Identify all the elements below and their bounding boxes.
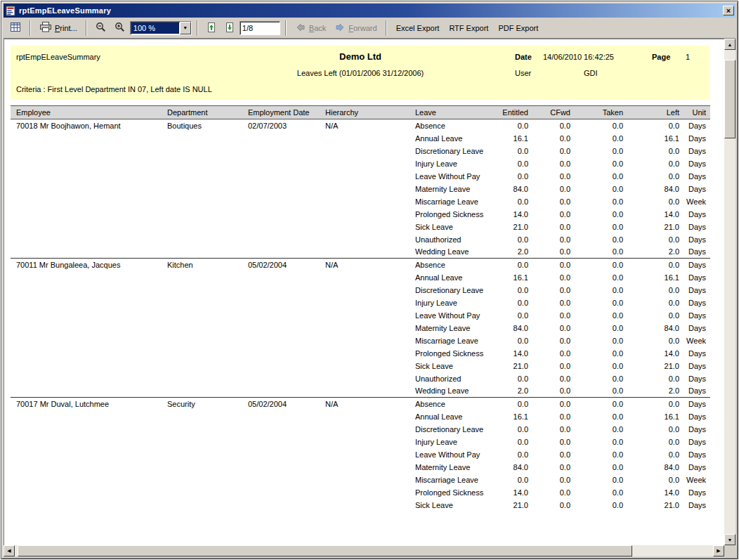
next-page-button[interactable] xyxy=(221,20,238,37)
table-row: Miscarriage Leave0.00.00.00.0Week xyxy=(11,334,710,347)
taken-cell: 0.0 xyxy=(575,322,627,334)
back-button[interactable]: Back xyxy=(292,20,329,37)
rtf-export-button[interactable]: RTF Export xyxy=(445,24,492,32)
toolbar-separator xyxy=(285,20,287,36)
chevron-down-icon[interactable]: ▼ xyxy=(180,22,191,34)
horizontal-scroll-track[interactable] xyxy=(15,545,713,556)
vertical-scrollbar[interactable]: ▲ ▼ xyxy=(724,39,735,545)
empty-cell xyxy=(11,284,162,297)
empty-cell xyxy=(162,208,242,221)
zoom-out-button[interactable] xyxy=(92,20,110,37)
entitled-cell: 2.0 xyxy=(494,385,532,398)
empty-cell xyxy=(11,410,162,423)
cfwd-cell: 0.0 xyxy=(532,410,575,423)
left-cell: 14.0 xyxy=(627,208,684,221)
leave-cell: Annual Leave xyxy=(410,271,494,284)
back-button-label: Back xyxy=(309,24,326,32)
page-number-input[interactable] xyxy=(240,21,280,35)
left-cell: 2.0 xyxy=(627,246,684,259)
table-row: Sick Leave21.00.00.021.0Days xyxy=(11,360,710,372)
cfwd-cell: 0.0 xyxy=(532,334,575,347)
zoom-in-button[interactable] xyxy=(111,20,129,37)
entitled-cell: 84.0 xyxy=(494,322,532,334)
empty-cell xyxy=(162,410,242,423)
table-row: Sick Leave21.00.00.021.0Days xyxy=(11,221,710,233)
leave-cell: Absence xyxy=(410,119,494,132)
scroll-down-button[interactable]: ▼ xyxy=(724,534,735,545)
leave-cell: Miscarriage Leave xyxy=(410,474,494,486)
empty-cell xyxy=(320,208,410,221)
entitled-cell: 0.0 xyxy=(494,448,532,461)
scroll-left-button[interactable]: ◀ xyxy=(4,545,15,556)
empty-cell xyxy=(242,347,320,360)
empty-cell xyxy=(11,322,162,334)
scroll-right-button[interactable]: ▶ xyxy=(713,545,724,556)
taken-cell: 0.0 xyxy=(575,448,627,461)
report-viewer: rptEmpELeaveSummary Demo Ltd Date 14/06/… xyxy=(4,39,724,545)
leave-cell: Unauthorized xyxy=(410,372,494,385)
entitled-cell: 0.0 xyxy=(494,309,532,322)
vertical-scroll-thumb[interactable] xyxy=(724,60,735,138)
pdf-export-button[interactable]: PDF Export xyxy=(494,24,542,32)
empty-cell xyxy=(162,322,242,334)
report-header: rptEmpELeaveSummary Demo Ltd Date 14/06/… xyxy=(11,46,710,100)
unit-cell: Days xyxy=(684,145,710,157)
close-button[interactable]: × xyxy=(723,6,734,15)
table-row: Annual Leave16.10.00.016.1Days xyxy=(11,410,710,423)
employee-cell: 70017 Mr Duval, Lutchmee xyxy=(11,398,162,410)
prev-page-icon xyxy=(207,22,216,34)
taken-cell: 0.0 xyxy=(575,183,627,195)
unit-cell: Days xyxy=(684,259,710,271)
scroll-up-button[interactable]: ▲ xyxy=(724,39,735,50)
empty-cell xyxy=(242,461,320,474)
empty-cell xyxy=(320,360,410,372)
empty-cell xyxy=(242,436,320,448)
vertical-scroll-track[interactable] xyxy=(724,50,735,534)
print-button[interactable]: Print... xyxy=(36,20,81,37)
unit-cell: Week xyxy=(684,195,710,208)
taken-cell: 0.0 xyxy=(575,372,627,385)
unit-cell: Days xyxy=(684,436,710,448)
empty-cell xyxy=(320,499,410,512)
report-window: rptEmpELeaveSummary × xyxy=(1,1,738,559)
empty-cell xyxy=(320,334,410,347)
left-cell: 14.0 xyxy=(627,486,684,499)
table-row: Maternity Leave84.00.00.084.0Days xyxy=(11,322,710,334)
zoom-combobox[interactable]: 100 % ▼ xyxy=(130,21,192,35)
taken-cell: 0.0 xyxy=(575,410,627,423)
left-cell: 0.0 xyxy=(627,259,684,271)
toggle-group-tree-button[interactable] xyxy=(6,20,25,37)
leave-cell: Sick Leave xyxy=(410,221,494,233)
column-header-leave: Leave xyxy=(410,106,494,119)
forward-button[interactable]: Forward xyxy=(331,20,380,37)
leave-cell: Maternity Leave xyxy=(410,461,494,474)
left-cell: 0.0 xyxy=(627,284,684,297)
prev-page-button[interactable] xyxy=(203,20,220,37)
left-cell: 84.0 xyxy=(627,183,684,195)
horizontal-scrollbar[interactable]: ◀ ▶ xyxy=(4,545,724,556)
criteria-text: Criteria : First Level Department IN 07,… xyxy=(11,82,710,97)
table-row: Miscarriage Leave0.00.00.00.0Week xyxy=(11,195,710,208)
left-cell: 0.0 xyxy=(627,309,684,322)
left-cell: 14.0 xyxy=(627,347,684,360)
empty-cell xyxy=(320,423,410,436)
unit-cell: Days xyxy=(684,271,710,284)
printer-icon xyxy=(39,22,52,34)
empty-cell xyxy=(242,233,320,246)
entitled-cell: 21.0 xyxy=(494,221,532,233)
column-header-cfwd: CFwd xyxy=(532,106,575,119)
report-window-icon xyxy=(6,6,16,16)
report-table: Employee Department Employment Date Hier… xyxy=(11,105,710,512)
taken-cell: 0.0 xyxy=(575,284,627,297)
empty-cell xyxy=(11,208,162,221)
horizontal-scroll-thumb[interactable] xyxy=(18,545,632,556)
taken-cell: 0.0 xyxy=(575,157,627,170)
excel-export-button[interactable]: Excel Export xyxy=(392,24,444,32)
leave-cell: Leave Without Pay xyxy=(410,309,494,322)
cfwd-cell: 0.0 xyxy=(532,284,575,297)
taken-cell: 0.0 xyxy=(575,297,627,309)
leave-cell: Leave Without Pay xyxy=(410,448,494,461)
entitled-cell: 0.0 xyxy=(494,157,532,170)
taken-cell: 0.0 xyxy=(575,486,627,499)
unit-cell: Week xyxy=(684,474,710,486)
